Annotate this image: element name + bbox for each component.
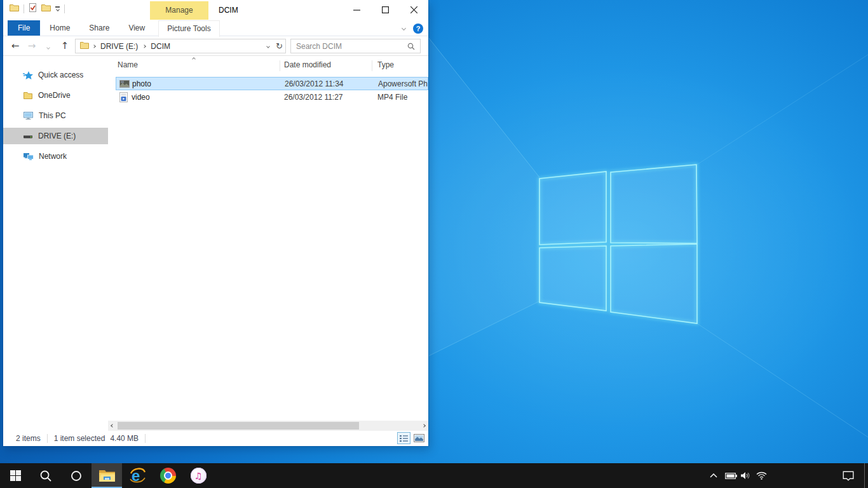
file-date-modified: 26/03/2012 11:34: [285, 79, 344, 88]
breadcrumb-drive[interactable]: DRIVE (E:): [97, 42, 141, 51]
cortana-button[interactable]: [61, 463, 92, 488]
file-list: Name Date modified Type photo 26/03/2012…: [108, 57, 428, 421]
hidden-icons-chevron[interactable]: [707, 463, 721, 488]
windows-logo: [539, 165, 697, 323]
windows-start-icon: [10, 470, 21, 481]
column-separator[interactable]: [280, 60, 280, 71]
details-view-button[interactable]: [397, 432, 410, 444]
taskbar-search-button[interactable]: [31, 463, 61, 488]
address-dropdown-icon[interactable]: [266, 44, 270, 48]
sidebar-item-onedrive[interactable]: OneDrive: [3, 87, 108, 104]
usb-drive-icon: [23, 132, 33, 140]
window-title: DCIM: [219, 6, 238, 15]
chrome-icon: [160, 468, 176, 484]
show-desktop-button[interactable]: [864, 463, 868, 488]
file-type: Apowersoft Pho: [378, 79, 428, 88]
close-button[interactable]: [400, 0, 428, 19]
separator: [145, 434, 146, 443]
large-icons-view-button[interactable]: [412, 432, 426, 444]
tab-share[interactable]: Share: [79, 20, 119, 36]
taskbar: e ♫: [0, 463, 868, 488]
breadcrumb-folder[interactable]: DCIM: [147, 42, 173, 51]
help-button[interactable]: ?: [413, 24, 423, 34]
scroll-left-icon[interactable]: [108, 421, 117, 431]
file-name: photo: [132, 79, 151, 88]
sidebar-item-this-pc[interactable]: This PC: [3, 107, 108, 124]
quick-access-toolbar: [10, 3, 65, 14]
address-bar[interactable]: DRIVE (E:) DCIM ↻: [75, 39, 286, 53]
this-pc-monitor-icon: [23, 111, 34, 120]
customize-qat-button[interactable]: [55, 6, 60, 10]
itunes-button[interactable]: ♫: [183, 463, 214, 488]
file-type: MP4 File: [377, 93, 428, 102]
contextual-tab-group: Manage: [147, 1, 211, 20]
tab-home[interactable]: Home: [40, 20, 79, 36]
up-button[interactable]: ↑: [57, 40, 73, 51]
selection-size: 4.40 MB: [110, 434, 139, 443]
items-count: 2 items: [16, 434, 41, 443]
scrollbar-thumb[interactable]: [118, 422, 359, 430]
sidebar-item-network[interactable]: Network: [3, 148, 108, 165]
sidebar-item-label: DRIVE (E:): [38, 132, 76, 140]
column-header-name[interactable]: Name: [118, 60, 138, 69]
tab-picture-tools[interactable]: Picture Tools: [158, 20, 219, 37]
volume-icon[interactable]: [737, 463, 754, 488]
navigation-pane: Quick access OneDrive This PC: [3, 57, 108, 421]
breadcrumb-chevron-icon[interactable]: [143, 44, 147, 48]
network-computers-icon: [23, 152, 34, 161]
column-header-date-modified[interactable]: Date modified: [284, 60, 331, 69]
itunes-icon: ♫: [191, 468, 207, 484]
chrome-button[interactable]: [153, 463, 183, 488]
internet-explorer-button[interactable]: e: [122, 463, 153, 488]
photo-thumbnail-icon: [119, 80, 130, 88]
scroll-right-icon[interactable]: [419, 421, 428, 431]
search-icon: [39, 470, 52, 482]
file-row-video[interactable]: video 26/03/2012 11:27 MP4 File: [116, 90, 428, 104]
separator: [47, 434, 48, 443]
maximize-button[interactable]: [371, 0, 400, 19]
recent-locations-button[interactable]: [40, 40, 57, 51]
search-icon[interactable]: [407, 43, 415, 50]
new-folder-button[interactable]: [41, 4, 51, 13]
file-explorer-icon: [98, 469, 116, 482]
properties-button[interactable]: [29, 3, 37, 14]
minimize-button[interactable]: [342, 0, 371, 19]
main-area: Quick access OneDrive This PC: [3, 57, 428, 421]
forward-button[interactable]: →: [24, 40, 40, 51]
file-date-modified: 26/03/2012 11:27: [284, 93, 343, 102]
explorer-system-icon[interactable]: [10, 4, 19, 13]
selection-count: 1 item selected: [54, 434, 105, 443]
quick-access-star-icon: [23, 71, 33, 79]
title-bar: Manage DCIM: [3, 0, 428, 20]
refresh-icon[interactable]: ↻: [276, 41, 283, 51]
sidebar-item-drive-e[interactable]: DRIVE (E:): [3, 128, 108, 144]
search-box[interactable]: Search DCIM: [290, 39, 421, 53]
tab-view[interactable]: View: [119, 20, 154, 36]
file-explorer-window: Manage DCIM File Home Share View Picture…: [3, 0, 428, 446]
back-button[interactable]: ←: [7, 40, 24, 51]
start-button[interactable]: [0, 463, 31, 488]
sidebar-item-label: Network: [39, 152, 67, 161]
file-row-photo[interactable]: photo 26/03/2012 11:34 Apowersoft Pho: [116, 77, 428, 90]
taskbar-file-explorer-button[interactable]: [92, 463, 122, 488]
sidebar-item-label: OneDrive: [38, 91, 71, 100]
breadcrumb-chevron-icon[interactable]: [92, 44, 96, 48]
onedrive-folder-icon: [23, 92, 33, 100]
search-placeholder: Search DCIM: [296, 42, 407, 51]
column-separator[interactable]: [372, 60, 372, 71]
wifi-icon[interactable]: [754, 463, 769, 488]
manage-tab-label[interactable]: Manage: [150, 1, 208, 20]
battery-icon[interactable]: [723, 463, 738, 488]
tab-file[interactable]: File: [8, 20, 40, 36]
horizontal-scrollbar[interactable]: [108, 421, 428, 431]
action-center-icon[interactable]: [840, 463, 857, 488]
desktop: Manage DCIM File Home Share View Picture…: [0, 0, 868, 488]
cortana-circle-icon: [71, 470, 82, 482]
address-folder-icon: [80, 41, 89, 51]
status-bar: 2 items 1 item selected 4.40 MB: [3, 431, 428, 446]
column-header-type[interactable]: Type: [377, 60, 394, 69]
separator: [64, 4, 65, 13]
sidebar-item-quick-access[interactable]: Quick access: [3, 67, 108, 83]
sidebar-item-label: Quick access: [38, 71, 83, 79]
ribbon-collapse-icon[interactable]: [402, 26, 406, 30]
